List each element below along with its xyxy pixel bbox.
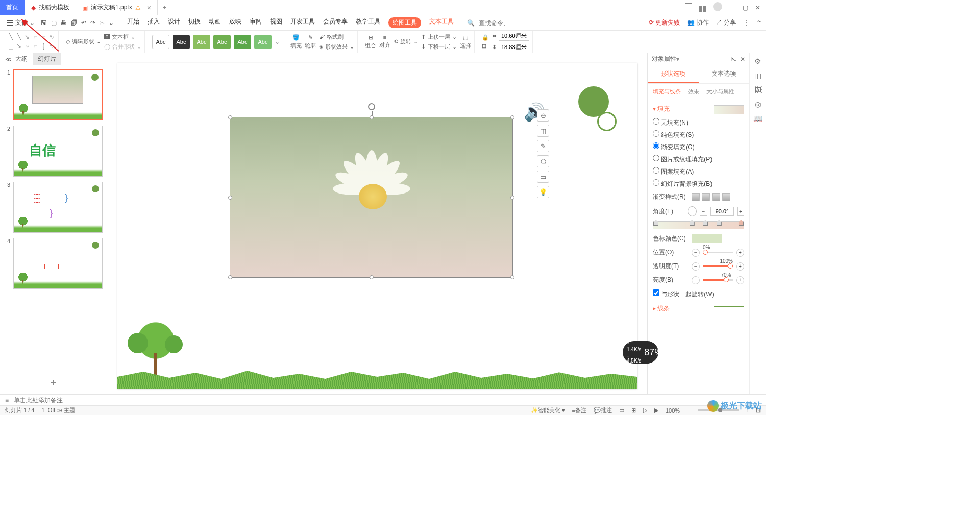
rail-style-icon[interactable]: ◫ [754, 71, 761, 80]
resize-handle-n[interactable] [370, 115, 374, 119]
merge-shape-button[interactable]: ◯ 合并形状 ⌄ [104, 43, 141, 51]
trans-plus[interactable]: + [736, 262, 744, 271]
qat-cut-icon[interactable]: ✂ [100, 19, 105, 27]
move-up-button[interactable]: ⬆ 上移一层 ⌄ [421, 33, 457, 41]
menu-member[interactable]: 会员专享 [323, 17, 348, 28]
search-input[interactable] [479, 19, 509, 27]
menu-animation[interactable]: 动画 [209, 17, 221, 28]
prop-tab-text[interactable]: 文本选项 [699, 65, 750, 83]
maximize-icon[interactable]: ▢ [743, 4, 748, 11]
close-tab-icon[interactable]: × [147, 4, 151, 12]
format-painter-button[interactable]: 🖌 格式刷 [319, 33, 354, 41]
more-menu-icon[interactable]: ⋮ [743, 19, 749, 27]
zoom-value[interactable]: 100% [666, 407, 680, 414]
minimize-icon[interactable]: — [729, 4, 736, 11]
menu-draw-tools[interactable]: 绘图工具 [388, 17, 421, 28]
share-button[interactable]: ↗ 分享 [716, 18, 736, 27]
coop-button[interactable]: 👥 协作 [687, 18, 708, 27]
height-input[interactable] [499, 43, 529, 52]
qat-redo-icon[interactable]: ↷ [90, 19, 95, 27]
pos-minus[interactable]: − [692, 249, 700, 257]
prop-subtab-size[interactable]: 大小与属性 [706, 88, 734, 95]
view-slideshow-icon[interactable]: ▶ [654, 407, 658, 414]
float-layers-icon[interactable]: ◫ [537, 125, 549, 137]
file-menu[interactable]: 文件⌄ [4, 18, 38, 27]
style-more-icon[interactable]: ⌄ [275, 38, 280, 45]
width-input[interactable] [499, 32, 529, 41]
resize-handle-s[interactable] [370, 275, 374, 279]
resize-handle-ne[interactable] [510, 115, 514, 119]
float-shape-icon[interactable]: ⬠ [537, 155, 549, 167]
move-down-button[interactable]: ⬇ 下移一层 ⌄ [421, 43, 457, 51]
menu-insert[interactable]: 插入 [148, 17, 160, 28]
outline-button[interactable]: ✎轮廓 [305, 34, 316, 50]
pos-plus[interactable]: + [736, 249, 744, 257]
rotate-handle[interactable] [368, 103, 375, 110]
qat-save-icon[interactable]: 🖫 [41, 19, 47, 27]
rail-location-icon[interactable]: ◎ [755, 100, 761, 108]
menu-transition[interactable]: 切换 [188, 17, 201, 28]
prop-section-line[interactable]: 线条 [653, 301, 744, 316]
pin-panel-icon[interactable]: ⇱ [731, 56, 736, 63]
resize-handle-se[interactable] [510, 275, 514, 279]
radio-no-fill[interactable]: 无填充(N) [653, 116, 744, 129]
slide-thumb-2[interactable]: 自信 [13, 126, 103, 177]
user-avatar[interactable] [713, 2, 722, 13]
angle-plus[interactable]: + [737, 207, 744, 216]
sidebar-tab-outline[interactable]: 大纲 [10, 53, 33, 65]
tab-document[interactable]: ▣ 演示文稿1.pptx ⚠ × [76, 0, 158, 15]
menu-slideshow[interactable]: 放映 [229, 17, 241, 28]
prop-subtab-fill[interactable]: 填充与线条 [653, 88, 681, 95]
trans-minus[interactable]: − [692, 262, 700, 271]
search-icon[interactable]: 🔍 [467, 19, 475, 27]
select-button[interactable]: ⬚选择 [460, 34, 471, 50]
close-panel-icon[interactable]: ✕ [740, 56, 745, 63]
fill-preview-swatch[interactable] [714, 105, 744, 114]
bright-plus[interactable]: + [736, 276, 744, 284]
rotate-with-shape-checkbox[interactable]: 与形状一起旋转(W) [653, 289, 714, 299]
rail-book-icon[interactable]: 📖 [753, 114, 762, 123]
style-abc-1[interactable]: Abc [152, 35, 169, 49]
rail-image-icon[interactable]: 🖼 [754, 86, 762, 94]
notes-input[interactable] [14, 397, 761, 404]
zoom-out-icon[interactable]: − [687, 407, 690, 414]
style-abc-5[interactable]: Abc [234, 35, 251, 49]
qat-new-icon[interactable]: ▢ [51, 19, 57, 27]
radio-slidebg-fill[interactable]: 幻灯片背景填充(B) [653, 178, 744, 190]
style-abc-2[interactable]: Abc [173, 35, 190, 49]
qat-undo-icon[interactable]: ↶ [81, 19, 86, 27]
menu-view[interactable]: 视图 [270, 17, 282, 28]
notes-toggle-icon[interactable]: ≡ [5, 397, 9, 404]
line-preview[interactable] [714, 306, 744, 307]
menu-review[interactable]: 审阅 [250, 17, 262, 28]
position-slider[interactable]: 0% [703, 252, 733, 253]
radio-gradient-fill[interactable]: 渐变填充(G) [653, 141, 744, 153]
group-button[interactable]: ⊞组合 [365, 34, 376, 50]
view-normal-icon[interactable]: ▭ [619, 407, 624, 414]
menu-text-tools[interactable]: 文本工具 [429, 17, 454, 28]
slide-thumb-1[interactable] [13, 69, 103, 120]
style-abc-3[interactable]: Abc [193, 35, 210, 49]
slide-thumb-3[interactable]: ▪▪▪▪▪▪▪▪▪▪▪▪}} [13, 182, 103, 233]
resize-handle-sw[interactable] [228, 275, 232, 279]
sidebar-tab-slides[interactable]: 幻灯片 [33, 53, 61, 65]
resize-handle-nw[interactable] [228, 115, 232, 119]
angle-dial[interactable] [688, 206, 697, 216]
menu-developer[interactable]: 开发工具 [290, 17, 315, 28]
menu-design[interactable]: 设计 [168, 17, 180, 28]
align-button[interactable]: ≡对齐 [379, 34, 390, 49]
slide-canvas[interactable]: 🔊 [117, 63, 637, 389]
gradient-style-gallery[interactable] [692, 193, 730, 201]
update-failed[interactable]: ⟳ 更新失败 [649, 18, 680, 27]
resize-handle-e[interactable] [510, 196, 514, 200]
rotate-button[interactable]: ⟲ 旋转 ⌄ [394, 38, 418, 45]
textbox-button[interactable]: 🅰 文本框 ⌄ [104, 33, 141, 41]
float-bulb-icon[interactable]: 💡 [537, 186, 549, 198]
prop-tab-shape[interactable]: 形状选项 [648, 65, 699, 83]
collapse-sidebar-icon[interactable]: ≪ [0, 54, 10, 65]
fill-button[interactable]: 🪣填充 [290, 34, 302, 50]
radio-picture-fill[interactable]: 图片或纹理填充(P) [653, 153, 744, 165]
transparency-slider[interactable]: 100% [703, 266, 733, 267]
qat-preview-icon[interactable]: 🗐 [71, 19, 77, 27]
status-beautify[interactable]: ✨智能美化 ▾ [531, 406, 565, 414]
